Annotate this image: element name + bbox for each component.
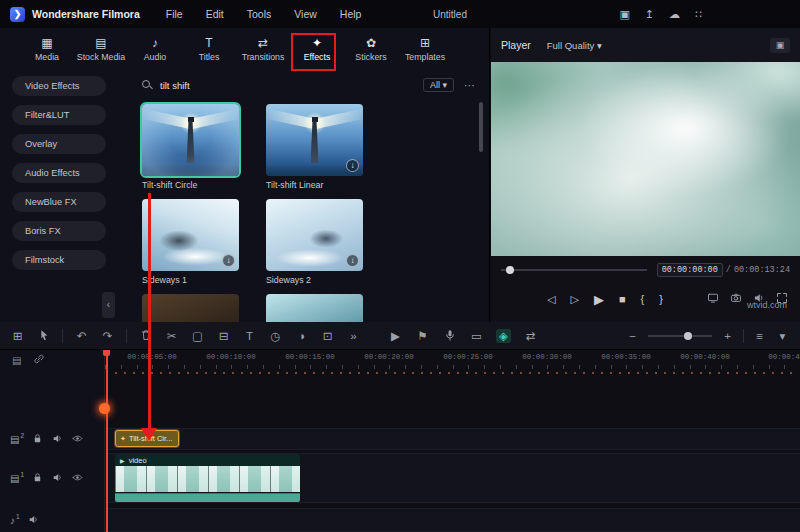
effect-name: Sideways 1	[142, 275, 239, 285]
menu-tools[interactable]: Tools	[247, 8, 272, 20]
menu-view[interactable]: View	[294, 8, 317, 20]
tab-stickers[interactable]: ✿ Stickers	[344, 28, 398, 70]
mark-in-icon[interactable]: {	[641, 293, 645, 305]
timeline-ruler[interactable]: 00:00:05:00 00:00:10:00 00:00:15:00 00:0…	[105, 350, 800, 370]
effect-card-sideways-2[interactable]: ↓ Sideways 2	[266, 199, 363, 285]
effect-thumbnail[interactable]: ↓	[266, 104, 363, 176]
track-badge: 1	[16, 513, 20, 520]
download-icon[interactable]: ↓	[222, 254, 235, 267]
tab-stock-media[interactable]: ▤ Stock Media	[74, 28, 128, 70]
layout-icon[interactable]: ▣	[619, 8, 629, 21]
player-display-icon[interactable]: ▣	[770, 38, 790, 53]
mute-speaker-icon[interactable]	[28, 514, 39, 527]
text-tool-icon[interactable]: T	[242, 330, 257, 342]
sidebar-item-audio-effects[interactable]: Audio Effects	[12, 163, 106, 183]
split-scissors-icon[interactable]: ✂	[164, 329, 179, 343]
tab-audio[interactable]: ♪ Audio	[128, 28, 182, 70]
sidebar-item-video-effects[interactable]: Video Effects	[12, 76, 106, 96]
play-icon[interactable]: ▶	[594, 292, 604, 307]
effect-thumbnail[interactable]: ↓	[266, 199, 363, 271]
download-icon[interactable]: ↓	[346, 254, 359, 267]
more-tools-icon[interactable]: »	[346, 330, 361, 342]
more-options-icon[interactable]: ⋯	[464, 79, 475, 92]
sidebar-item-filmstock[interactable]: Filmstock	[12, 250, 106, 270]
library-scrollbar[interactable]	[479, 102, 483, 152]
snapshot-camera-icon[interactable]	[730, 292, 742, 306]
sidebar-item-boris-fx[interactable]: Boris FX	[12, 221, 106, 241]
step-play-icon[interactable]: ▷	[570, 293, 578, 306]
keyframe-icon[interactable]: ◈	[496, 329, 511, 343]
eye-icon[interactable]	[72, 433, 83, 446]
effect-thumbnail[interactable]	[142, 294, 239, 322]
menu-file[interactable]: File	[166, 8, 183, 20]
pointer-tool-icon[interactable]	[36, 329, 51, 343]
effect-thumbnail[interactable]	[142, 104, 239, 176]
mute-speaker-icon[interactable]	[52, 433, 63, 446]
track-manager-icon[interactable]: ≡	[752, 330, 767, 342]
effect-card-sideways-1[interactable]: ↓ Sideways 1	[142, 199, 239, 285]
video-clip-filmstrip[interactable]	[115, 466, 300, 492]
link-icon[interactable]	[33, 353, 45, 367]
previous-frame-icon[interactable]: ◁	[547, 293, 555, 306]
effect-card-partial[interactable]	[266, 294, 363, 322]
trim-icon[interactable]: ⊟	[216, 329, 231, 343]
lock-icon[interactable]	[32, 433, 43, 446]
screen-record-icon[interactable]: ▭	[469, 329, 484, 343]
menu-edit[interactable]: Edit	[206, 8, 224, 20]
effect-thumbnail[interactable]: ↓	[142, 199, 239, 271]
sidebar-collapse-button[interactable]: ‹	[102, 292, 115, 318]
effect-card-tilt-shift-linear[interactable]: ↓ Tilt-shift Linear	[266, 104, 363, 190]
mark-out-icon[interactable]: }	[659, 293, 663, 305]
lock-icon[interactable]	[32, 472, 43, 485]
search-input[interactable]: tilt shift	[160, 80, 423, 91]
delete-icon[interactable]	[138, 329, 153, 343]
timecode-separator: /	[726, 265, 731, 275]
video-clip-header[interactable]: ▶ video	[115, 454, 300, 466]
effect-card-tilt-shift-circle[interactable]: Tilt-shift Circle	[142, 104, 239, 190]
speed-icon[interactable]: ◷	[268, 329, 283, 343]
effect-clip[interactable]: ✦ Tilt-shift Cir...	[115, 430, 179, 447]
crop-icon[interactable]: ▢	[190, 329, 205, 343]
seek-bar[interactable]	[501, 269, 647, 271]
zoom-in-icon[interactable]: +	[720, 330, 735, 342]
apps-grid-icon[interactable]: ∷	[695, 8, 702, 21]
monitor-icon[interactable]	[707, 292, 719, 306]
chroma-key-icon[interactable]: ⊡	[320, 329, 335, 343]
marker-icon[interactable]: ⚑	[415, 329, 430, 343]
playhead[interactable]	[106, 350, 108, 532]
color-correction-icon[interactable]: ◑	[294, 330, 309, 342]
effect-thumbnail[interactable]	[266, 294, 363, 322]
tab-transitions[interactable]: ⇄ Transitions	[236, 28, 290, 70]
tab-effects[interactable]: ✦ Effects	[290, 28, 344, 70]
tab-media[interactable]: ▦ Media	[20, 28, 74, 70]
workspace-icon[interactable]: ⊞	[10, 329, 25, 343]
chevron-down-icon[interactable]: ▾	[775, 329, 790, 343]
sidebar-item-newblue-fx[interactable]: NewBlue FX	[12, 192, 106, 212]
zoom-slider[interactable]	[648, 335, 712, 337]
download-icon[interactable]: ↓	[346, 159, 359, 172]
render-preview-icon[interactable]: ▶	[388, 329, 403, 343]
undo-icon[interactable]: ↶	[74, 329, 89, 343]
filter-dropdown[interactable]: All ▾	[423, 78, 454, 92]
video-clip-audio-bar[interactable]	[115, 493, 300, 502]
seek-thumb[interactable]	[506, 266, 514, 274]
voiceover-mic-icon[interactable]	[442, 329, 457, 343]
quality-dropdown[interactable]: Full Quality ▾	[547, 40, 602, 51]
zoom-out-icon[interactable]: −	[625, 330, 640, 342]
redo-icon[interactable]: ↷	[100, 329, 115, 343]
tab-titles[interactable]: T Titles	[182, 28, 236, 70]
search-bar[interactable]: tilt shift All ▾ ⋯	[124, 72, 489, 98]
export-icon[interactable]: ↥	[645, 8, 654, 21]
mute-speaker-icon[interactable]	[52, 472, 63, 485]
effect-card-partial[interactable]	[142, 294, 239, 322]
sidebar-item-overlay[interactable]: Overlay	[12, 134, 106, 154]
eye-icon[interactable]	[72, 472, 83, 485]
menu-help[interactable]: Help	[340, 8, 362, 20]
cloud-icon[interactable]: ☁	[669, 8, 680, 21]
stop-icon[interactable]: ■	[619, 293, 626, 305]
tab-templates[interactable]: ⊞ Templates	[398, 28, 452, 70]
manage-tracks-icon[interactable]: ▤	[12, 355, 21, 366]
zoom-slider-thumb[interactable]	[684, 332, 692, 340]
sidebar-item-filter-lut[interactable]: Filter&LUT	[12, 105, 106, 125]
transition-tool-icon[interactable]: ⇄	[523, 329, 538, 343]
